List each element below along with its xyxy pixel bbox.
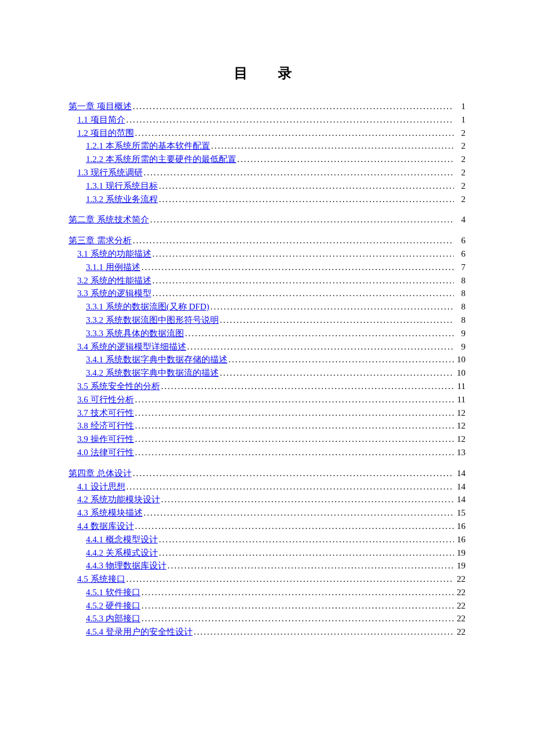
toc-link[interactable]: 3.4 系统的逻辑模型详细描述 — [77, 340, 186, 354]
toc-link[interactable]: 3.3 系统的逻辑模型 — [77, 287, 151, 300]
toc-link[interactable]: 1.2.1 本系统所需的基本软件配置 — [86, 139, 210, 153]
toc-page-number: 2 — [454, 139, 466, 153]
toc-link[interactable]: 1.3.2 系统业务流程 — [86, 193, 158, 206]
toc-page-number: 22 — [454, 573, 466, 586]
toc-leader-dots — [151, 247, 454, 261]
toc-entry: 4.3 系统模块描述15 — [68, 506, 466, 520]
toc-leader-dots — [219, 314, 454, 327]
toc-link[interactable]: 4.4.2 关系模式设计 — [86, 546, 158, 560]
toc-page-number: 7 — [454, 261, 466, 274]
toc-page-number: 2 — [454, 166, 466, 179]
toc-page-number: 8 — [454, 287, 466, 300]
toc-page-number: 6 — [454, 234, 466, 247]
toc-link[interactable]: 3.1.1 用例描述 — [86, 261, 140, 274]
toc-link[interactable]: 第一章 项目概述 — [68, 100, 132, 113]
toc-link[interactable]: 4.4 数据库设计 — [77, 520, 134, 533]
toc-link[interactable]: 4.0 法律可行性 — [77, 446, 134, 459]
toc-link[interactable]: 4.5.4 登录用户的安全性设计 — [86, 625, 193, 639]
toc-leader-dots — [132, 467, 454, 480]
toc-page-number: 13 — [454, 446, 466, 459]
toc-entry: 1.3.2 系统业务流程2 — [68, 193, 466, 206]
toc-entry: 3.8 经济可行性12 — [68, 419, 466, 433]
toc-link[interactable]: 3.4.1 系统数据字典中数据存储的描述 — [86, 353, 228, 366]
toc-leader-dots — [140, 261, 454, 274]
toc-page-number: 1 — [454, 100, 466, 113]
toc-link[interactable]: 1.2.2 本系统所需的主要硬件的最低配置 — [86, 153, 236, 166]
toc-page-number: 19 — [454, 546, 466, 560]
toc-leader-dots — [219, 366, 454, 380]
toc-page-number: 10 — [454, 353, 466, 366]
toc-entry: 3.5 系统安全性的分析11 — [68, 380, 466, 393]
toc-entry: 4.0 法律可行性13 — [68, 446, 466, 459]
toc-leader-dots — [140, 599, 454, 613]
toc-leader-dots — [134, 393, 454, 406]
toc-entry: 3.6 可行性分析11 — [68, 393, 466, 406]
toc-link[interactable]: 3.3.2 系统数据流图中图形符号说明 — [86, 314, 219, 327]
toc-link[interactable]: 第三章 需求分析 — [68, 234, 132, 247]
toc-link[interactable]: 4.5.3 内部接口 — [86, 612, 140, 625]
toc-link[interactable]: 4.1 设计思想 — [77, 480, 125, 494]
toc-leader-dots — [158, 546, 454, 560]
toc-entry: 3.3.3 系统具体的数据流图9 — [68, 327, 466, 340]
toc-link[interactable]: 3.5 系统安全性的分析 — [77, 380, 160, 393]
toc-leader-dots — [160, 380, 454, 393]
toc-entry: 4.5 系统接口22 — [68, 573, 466, 586]
toc-link[interactable]: 4.5.2 硬件接口 — [86, 599, 140, 613]
toc-leader-dots — [167, 559, 454, 573]
toc-leader-dots — [125, 480, 454, 494]
toc-link[interactable]: 1.3 现行系统调研 — [77, 166, 143, 179]
toc-link[interactable]: 3.6 可行性分析 — [77, 393, 134, 406]
toc-link[interactable]: 4.4.3 物理数据库设计 — [86, 559, 167, 573]
toc-entry: 4.1 设计思想14 — [68, 480, 466, 494]
toc-entry: 4.5.2 硬件接口22 — [68, 599, 466, 613]
toc-leader-dots — [125, 573, 454, 586]
toc-entry: 3.3.2 系统数据流图中图形符号说明8 — [68, 314, 466, 327]
toc-link[interactable]: 1.1 项目简介 — [77, 113, 125, 127]
toc-leader-dots — [158, 533, 454, 546]
toc-leader-dots — [149, 213, 454, 226]
toc-page-number: 12 — [454, 433, 466, 446]
toc-page-number: 15 — [454, 506, 466, 520]
toc-page-number: 6 — [454, 247, 466, 261]
toc-leader-dots — [193, 625, 454, 639]
toc-link[interactable]: 4.3 系统模块描述 — [77, 506, 143, 520]
toc-leader-dots — [160, 493, 454, 506]
toc-link[interactable]: 第二章 系统技术简介 — [68, 213, 149, 226]
toc-link[interactable]: 4.2 系统功能模块设计 — [77, 493, 160, 506]
toc-entry: 1.2.2 本系统所需的主要硬件的最低配置2 — [68, 153, 466, 166]
toc-page-number: 22 — [454, 625, 466, 639]
toc-entry: 4.4.1 概念模型设计16 — [68, 533, 466, 546]
toc-link[interactable]: 4.4.1 概念模型设计 — [86, 533, 158, 546]
toc-page-number: 9 — [454, 340, 466, 354]
toc-leader-dots — [132, 100, 454, 113]
toc-leader-dots — [134, 127, 454, 140]
toc-page-number: 2 — [454, 193, 466, 206]
toc-entry: 1.3.1 现行系统目标2 — [68, 179, 466, 193]
toc-link[interactable]: 3.1 系统的功能描述 — [77, 247, 151, 261]
toc-link[interactable]: 1.2 项目的范围 — [77, 127, 134, 140]
toc-page-number: 22 — [454, 586, 466, 599]
toc-link[interactable]: 3.2 系统的性能描述 — [77, 274, 151, 287]
toc-link[interactable]: 4.5.1 软件接口 — [86, 586, 140, 599]
toc-link[interactable]: 4.5 系统接口 — [77, 573, 125, 586]
toc-page-number: 14 — [454, 467, 466, 480]
toc-page-number: 8 — [454, 314, 466, 327]
toc-title: 目 录 — [68, 64, 466, 82]
toc-leader-dots — [140, 586, 454, 599]
toc-link[interactable]: 3.8 经济可行性 — [77, 419, 134, 433]
toc-page-number: 11 — [454, 393, 466, 406]
toc-link[interactable]: 3.4.2 系统数据字典中数据流的描述 — [86, 366, 219, 380]
toc-link[interactable]: 3.7 技术可行性 — [77, 406, 134, 420]
toc-link[interactable]: 第四章 总体设计 — [68, 467, 132, 480]
toc-link[interactable]: 3.3.1 系统的数据流图(又称 DFD) — [86, 300, 210, 314]
toc-link[interactable]: 3.9 操作可行性 — [77, 433, 134, 446]
toc-entry: 1.1 项目简介1 — [68, 113, 466, 127]
toc-link[interactable]: 3.3.3 系统具体的数据流图 — [86, 327, 184, 340]
toc-entry: 1.2 项目的范围2 — [68, 127, 466, 140]
toc-link[interactable]: 1.3.1 现行系统目标 — [86, 179, 158, 193]
toc-page-number: 16 — [454, 533, 466, 546]
toc-page-number: 12 — [454, 406, 466, 420]
toc-entry: 3.1 系统的功能描述6 — [68, 247, 466, 261]
toc-page-number: 14 — [454, 480, 466, 494]
toc-page-number: 8 — [454, 274, 466, 287]
